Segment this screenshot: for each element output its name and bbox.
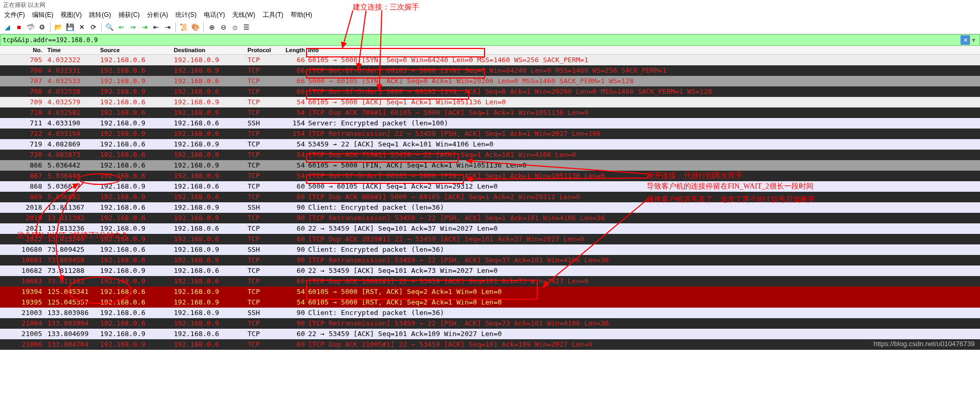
packet-list: 7054.032322192.168.0.6192.168.0.9TCP6660… [0, 55, 980, 350]
packet-row[interactable]: 7074.032533192.168.0.9192.168.0.6TCP6650… [0, 76, 980, 86]
packet-row[interactable]: 7084.032538192.168.0.9192.168.0.6TCP66[T… [0, 86, 980, 97]
hdr-info[interactable]: Info [308, 47, 980, 53]
menu-view[interactable]: 视图(V) [61, 11, 82, 19]
packet-row[interactable]: 21003133.803986192.168.0.6192.168.0.9SSH… [0, 308, 980, 318]
packet-row[interactable]: 7194.082869192.168.0.6192.168.0.9TCP5453… [0, 139, 980, 150]
display-filter-input[interactable] [3, 36, 959, 44]
zoom-in-icon[interactable]: ⊕ [206, 22, 217, 33]
hdr-proto[interactable]: Protocol [248, 47, 279, 53]
prev-icon[interactable]: ⇐ [116, 22, 126, 33]
resize-cols-icon[interactable]: ☰ [241, 22, 252, 33]
hdr-time[interactable]: Time [47, 47, 100, 53]
packet-row[interactable]: 7064.032331192.168.0.6192.168.0.9TCP66[T… [0, 65, 980, 76]
save-icon[interactable]: 💾 [65, 22, 75, 33]
menu-analyze[interactable]: 分析(A) [147, 11, 168, 19]
zoom-11-icon[interactable]: ⦶ [230, 22, 240, 33]
hdr-dst[interactable]: Destination [174, 47, 248, 53]
packet-row[interactable]: 8695.036682192.168.0.9192.168.0.6TCP60[T… [0, 192, 980, 202]
restart-icon[interactable]: 🦈 [25, 22, 36, 33]
packet-row[interactable]: 8665.036442192.168.0.6192.168.0.9TCP5460… [0, 160, 980, 171]
packet-row[interactable]: 201813.811367192.168.0.6192.168.0.9SSH90… [0, 202, 980, 213]
zoom-out-icon[interactable]: ⊖ [218, 22, 229, 33]
hdr-len[interactable]: Length [279, 47, 308, 53]
window-title: 正在捕获 以太网 [0, 0, 980, 9]
colorize-icon[interactable]: 🎨 [190, 22, 201, 33]
menu-edit[interactable]: 编辑(E) [32, 11, 53, 19]
packet-row[interactable]: 7204.082873192.168.0.6192.168.0.9TCP54[T… [0, 150, 980, 160]
packet-row[interactable]: 19395125.045357192.168.0.6192.168.0.9TCP… [0, 297, 980, 308]
packet-row[interactable]: 8675.036448192.168.0.6192.168.0.9TCP54[T… [0, 171, 980, 181]
packet-row[interactable]: 1068373.811312192.168.0.9192.168.0.6TCP6… [0, 276, 980, 287]
menu-tools[interactable]: 工具(T) [263, 11, 283, 19]
filter-dropdown-icon[interactable]: ▾ [970, 36, 977, 44]
packet-row[interactable]: 202213.813240192.168.0.9192.168.0.6TCP60… [0, 234, 980, 244]
packet-row[interactable]: 8685.036677192.168.0.9192.168.0.6TCP6050… [0, 181, 980, 192]
hdr-src[interactable]: Source [100, 47, 174, 53]
packet-row[interactable]: 21005133.804699192.168.0.9192.168.0.6TCP… [0, 329, 980, 339]
packet-row[interactable]: 19394125.045341192.168.0.6192.168.0.9TCP… [0, 287, 980, 297]
hdr-no[interactable]: No. [0, 47, 47, 53]
stop-icon[interactable]: ■ [14, 22, 24, 33]
packet-row[interactable]: 1068173.809458192.168.0.6192.168.0.9TCP9… [0, 255, 980, 266]
clear-filter-icon[interactable]: ✕ [961, 35, 970, 45]
packet-list-header: No. Time Source Destination Protocol Len… [0, 46, 980, 55]
packet-row[interactable]: 202113.813236192.168.0.9192.168.0.6TCP60… [0, 223, 980, 234]
next-icon[interactable]: ⇒ [127, 22, 138, 33]
packet-row[interactable]: 21004133.803994192.168.0.6192.168.0.9TCP… [0, 318, 980, 329]
menu-wireless[interactable]: 无线(W) [232, 11, 255, 19]
packet-row[interactable]: 1068073.809425192.168.0.6192.168.0.9SSH9… [0, 244, 980, 255]
menu-stats[interactable]: 统计(S) [175, 11, 196, 19]
fin-icon[interactable]: ◢ [2, 22, 13, 33]
filter-bar: ✕ ▾ [0, 34, 980, 46]
last-icon[interactable]: ⇥ [162, 22, 173, 33]
menu-go[interactable]: 跳转(G) [89, 11, 111, 19]
toolbar: ◢ ■ 🦈 ⚙ 📂 💾 ✕ ⟳ 🔍 ⇐ ⇒ ⇥ ⇤ ⇥ 📜 🎨 ⊕ ⊖ ⦶ ☰ [0, 21, 980, 34]
first-icon[interactable]: ⇤ [151, 22, 161, 33]
reload-icon[interactable]: ⟳ [88, 22, 98, 33]
options-icon[interactable]: ⚙ [37, 22, 47, 33]
menu-capture[interactable]: 捕获(C) [118, 11, 140, 19]
packet-row[interactable]: 7104.032582192.168.0.6192.168.0.9TCP54[T… [0, 107, 980, 118]
menu-file[interactable]: 文件(F) [4, 11, 25, 19]
packet-row[interactable]: 7054.032322192.168.0.6192.168.0.9TCP6660… [0, 55, 980, 65]
packet-row[interactable]: 7114.033190192.168.0.9192.168.0.6SSH154S… [0, 118, 980, 129]
jump-icon[interactable]: ⇥ [139, 22, 150, 33]
packet-row[interactable]: 1068273.811288192.168.0.9192.168.0.6TCP6… [0, 266, 980, 276]
packet-row[interactable]: 21006133.804704192.168.0.9192.168.0.6TCP… [0, 339, 980, 350]
close-icon[interactable]: ✕ [76, 22, 87, 33]
packet-row[interactable]: 7094.032579192.168.0.6192.168.0.9TCP5460… [0, 97, 980, 107]
menu-tel[interactable]: 电话(Y) [204, 11, 225, 19]
find-icon[interactable]: 🔍 [104, 22, 115, 33]
menu-bar: 文件(F) 编辑(E) 视图(V) 跳转(G) 捕获(C) 分析(A) 统计(S… [0, 9, 980, 21]
menu-help[interactable]: 帮助(H) [291, 11, 312, 19]
open-icon[interactable]: 📂 [53, 22, 64, 33]
watermark: https://blog.csdn.net/u010476739 [874, 340, 975, 348]
autoscroll-icon[interactable]: 📜 [179, 22, 189, 33]
packet-row[interactable]: 201913.811392192.168.0.6192.168.0.9TCP90… [0, 213, 980, 223]
packet-row[interactable]: 7124.033194192.168.0.9192.168.0.6TCP154[… [0, 129, 980, 139]
